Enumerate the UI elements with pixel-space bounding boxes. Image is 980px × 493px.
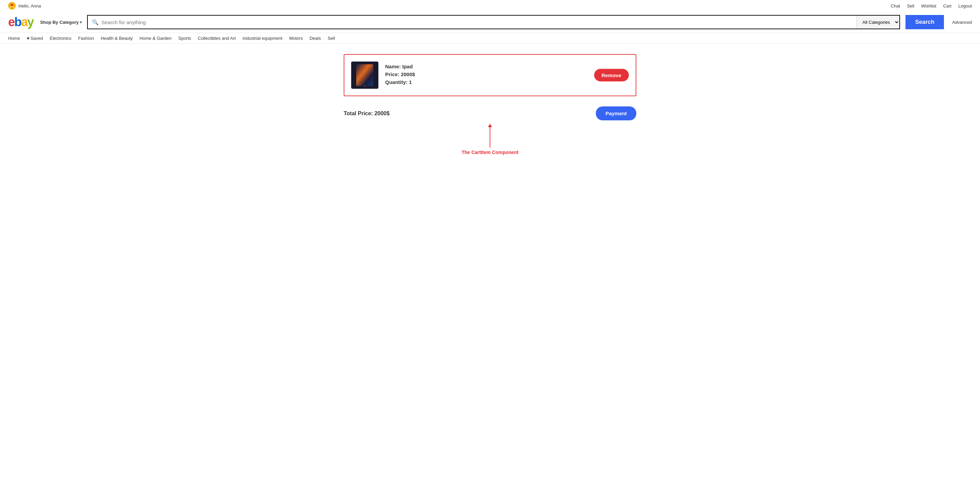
nav-deals[interactable]: Deals — [310, 36, 321, 41]
cart-link[interactable]: Cart — [943, 3, 952, 8]
total-price: Total Price: 2000$ — [344, 111, 390, 117]
product-quantity: Quantity: 1 — [385, 79, 629, 85]
shop-by-sub: Category — [60, 20, 79, 25]
annotation-area: The CartItem Component — [344, 127, 636, 155]
search-bar: 🔍 All Categories — [87, 15, 900, 29]
nav-home-garden[interactable]: Home & Garden — [140, 36, 172, 41]
search-button[interactable]: Search — [905, 15, 944, 29]
logo[interactable]: ebay — [8, 16, 33, 28]
search-input-wrapper: 🔍 — [88, 16, 856, 29]
annotation-label: The CartItem Component — [461, 150, 518, 155]
shop-by-category[interactable]: Shop By Category ▾ — [40, 20, 82, 25]
top-bar: Hello, Anna Chat Sell Wishlist Cart Logo… — [0, 0, 980, 11]
nav-electronics[interactable]: Electronics — [50, 36, 72, 41]
product-name: Name: Ipad — [385, 63, 629, 69]
greeting-text: Hello, Anna — [18, 3, 41, 8]
search-input[interactable] — [102, 19, 853, 25]
payment-button[interactable]: Payment — [596, 106, 636, 120]
header: ebay Shop By Category ▾ 🔍 All Categories… — [0, 11, 980, 33]
product-image — [351, 62, 379, 89]
advanced-link[interactable]: Advanced — [952, 20, 972, 25]
chevron-down-icon: ▾ — [80, 21, 82, 24]
nav-collectibles[interactable]: Collectibles and Art — [198, 36, 236, 41]
nav-saved[interactable]: ♥ Saved — [27, 36, 43, 41]
svg-point-4 — [364, 86, 366, 87]
category-select[interactable]: All Categories — [856, 16, 899, 29]
chat-link[interactable]: Chat — [891, 3, 900, 8]
nav-fashion[interactable]: Fashion — [78, 36, 94, 41]
svg-rect-3 — [356, 64, 373, 86]
nav-industrial[interactable]: Industrial equipment — [243, 36, 282, 41]
logo-y: y — [27, 15, 33, 29]
logo-text: ebay — [8, 16, 33, 28]
cart-item-details: Name: Ipad Price: 2000$ Quantity: 1 — [385, 63, 629, 87]
wishlist-link[interactable]: Wishlist — [921, 3, 937, 8]
remove-button[interactable]: Remove — [594, 69, 629, 82]
heart-icon: ♥ — [27, 36, 30, 41]
sell-link[interactable]: Sell — [907, 3, 914, 8]
product-price: Price: 2000$ — [385, 71, 629, 77]
nav-home[interactable]: Home — [8, 36, 20, 41]
main-nav: Home ♥ Saved Electronics Fashion Health … — [0, 33, 980, 44]
total-row: Total Price: 2000$ Payment — [344, 103, 636, 124]
logo-e: e — [8, 15, 14, 29]
nav-sports[interactable]: Sports — [178, 36, 191, 41]
annotation-arrow — [490, 127, 490, 147]
shop-by-label: Shop By — [40, 20, 58, 25]
main-content: Name: Ipad Price: 2000$ Quantity: 1 Remo… — [337, 54, 643, 155]
cart-item: Name: Ipad Price: 2000$ Quantity: 1 Remo… — [344, 54, 636, 96]
logo-b: b — [14, 15, 21, 29]
logo-a: a — [21, 15, 27, 29]
top-bar-left: Hello, Anna — [8, 2, 41, 10]
nav-sell[interactable]: Sell — [328, 36, 335, 41]
user-icon — [8, 2, 16, 10]
saved-label: Saved — [30, 36, 43, 41]
top-bar-right: Chat Sell Wishlist Cart Logout — [891, 3, 972, 8]
logout-link[interactable]: Logout — [958, 3, 972, 8]
ipad-svg — [355, 63, 375, 87]
nav-motors[interactable]: Motors — [289, 36, 303, 41]
nav-health-beauty[interactable]: Health & Beauty — [101, 36, 133, 41]
search-icon: 🔍 — [92, 19, 99, 25]
